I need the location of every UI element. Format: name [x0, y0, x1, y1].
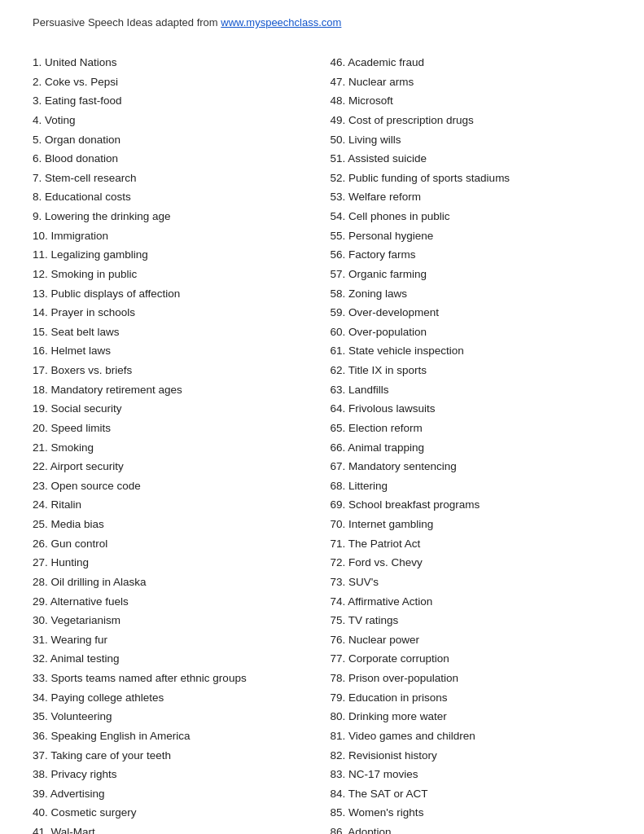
list-item: 79. Education in prisons	[331, 688, 604, 708]
list-item: 81. Video games and children	[331, 726, 604, 746]
list-item: 10. Immigration	[33, 226, 306, 246]
list-item: 18. Mandatory retirement ages	[33, 380, 306, 400]
page-header: Persuasive Speech Ideas adapted from www…	[33, 16, 611, 29]
list-item: 55. Personal hygiene	[331, 226, 604, 246]
list-item: 4. Voting	[33, 111, 306, 130]
list-item: 46. Academic fraud	[331, 53, 604, 72]
list-item: 62. Title IX in sports	[331, 361, 604, 380]
list-item: 73. SUV's	[331, 573, 604, 592]
list-item: 34. Paying college athletes	[33, 688, 306, 708]
list-item: 26. Gun control	[33, 534, 306, 554]
list-item: 47. Nuclear arms	[331, 72, 604, 92]
list-item: 7. Stem-cell research	[33, 169, 306, 188]
list-item: 65. Election reform	[331, 419, 604, 438]
list-item: 84. The SAT or ACT	[331, 784, 604, 804]
list-item: 61. State vehicle inspection	[331, 341, 604, 361]
list-item: 50. Living wills	[331, 130, 604, 150]
list-item: 22. Airport security	[33, 457, 306, 476]
list-item: 41. Wal-Mart	[33, 823, 306, 834]
list-item: 77. Corporate corruption	[331, 649, 604, 669]
list-item: 38. Privacy rights	[33, 765, 306, 784]
list-item: 9. Lowering the drinking age	[33, 207, 306, 226]
list-item: 28. Oil drilling in Alaska	[33, 573, 306, 592]
header-text: Persuasive Speech Ideas adapted from	[33, 16, 221, 29]
list-item: 37. Taking care of your teeth	[33, 746, 306, 766]
list-item: 48. Microsoft	[331, 91, 604, 111]
list-item: 8. Educational costs	[33, 187, 306, 207]
list-item: 39. Advertising	[33, 784, 306, 804]
list-item: 27. Hunting	[33, 553, 306, 573]
list-item: 25. Media bias	[33, 515, 306, 534]
list-item: 68. Littering	[331, 476, 604, 496]
list-item: 78. Prison over-population	[331, 669, 604, 688]
header-link[interactable]: www.myspeechclass.com	[221, 16, 341, 29]
list-item: 1. United Nations	[33, 53, 306, 72]
list-item: 67. Mandatory sentencing	[331, 457, 604, 476]
list-item: 29. Alternative fuels	[33, 592, 306, 612]
list-item: 57. Organic farming	[331, 265, 604, 284]
list-item: 70. Internet gambling	[331, 515, 604, 534]
list-item: 76. Nuclear power	[331, 630, 604, 650]
list-item: 35. Volunteering	[33, 707, 306, 726]
list-item: 53. Welfare reform	[331, 187, 604, 207]
list-item: 72. Ford vs. Chevy	[331, 553, 604, 573]
list-item: 33. Sports teams named after ethnic grou…	[33, 669, 306, 688]
list-item: 21. Smoking	[33, 438, 306, 458]
list-item: 12. Smoking in public	[33, 265, 306, 284]
list-item: 13. Public displays of affection	[33, 284, 306, 304]
list-item: 40. Cosmetic surgery	[33, 803, 306, 823]
list-item: 15. Seat belt laws	[33, 323, 306, 342]
list-item: 85. Women's rights	[331, 803, 604, 823]
right-column: 46. Academic fraud47. Nuclear arms48. Mi…	[314, 53, 612, 834]
list-item: 69. School breakfast programs	[331, 495, 604, 515]
list-item: 51. Assisted suicide	[331, 149, 604, 169]
left-column: 1. United Nations2. Coke vs. Pepsi3. Eat…	[33, 53, 314, 834]
list-item: 71. The Patriot Act	[331, 534, 604, 554]
list-item: 5. Organ donation	[33, 130, 306, 150]
list-item: 16. Helmet laws	[33, 341, 306, 361]
list-item: 52. Public funding of sports stadiums	[331, 169, 604, 188]
list-item: 31. Wearing fur	[33, 630, 306, 650]
list-item: 32. Animal testing	[33, 649, 306, 669]
list-item: 11. Legalizing gambling	[33, 245, 306, 265]
list-item: 36. Speaking English in America	[33, 726, 306, 746]
list-item: 80. Drinking more water	[331, 707, 604, 726]
list-item: 74. Affirmative Action	[331, 592, 604, 612]
list-item: 86. Adoption	[331, 823, 604, 834]
list-item: 60. Over-population	[331, 323, 604, 342]
list-item: 66. Animal trapping	[331, 438, 604, 458]
list-item: 75. TV ratings	[331, 611, 604, 630]
content-columns: 1. United Nations2. Coke vs. Pepsi3. Eat…	[33, 53, 611, 834]
list-item: 20. Speed limits	[33, 419, 306, 438]
list-item: 82. Revisionist history	[331, 746, 604, 766]
list-item: 3. Eating fast-food	[33, 91, 306, 111]
list-item: 14. Prayer in schools	[33, 303, 306, 323]
list-item: 17. Boxers vs. briefs	[33, 361, 306, 380]
list-item: 54. Cell phones in public	[331, 207, 604, 226]
list-item: 83. NC-17 movies	[331, 765, 604, 784]
list-item: 59. Over-development	[331, 303, 604, 323]
list-item: 19. Social security	[33, 399, 306, 419]
list-item: 6. Blood donation	[33, 149, 306, 169]
list-item: 30. Vegetarianism	[33, 611, 306, 630]
list-item: 2. Coke vs. Pepsi	[33, 72, 306, 92]
list-item: 58. Zoning laws	[331, 284, 604, 304]
list-item: 49. Cost of prescription drugs	[331, 111, 604, 130]
list-item: 56. Factory farms	[331, 245, 604, 265]
list-item: 64. Frivolous lawsuits	[331, 399, 604, 419]
list-item: 23. Open source code	[33, 476, 306, 496]
list-item: 63. Landfills	[331, 380, 604, 400]
list-item: 24. Ritalin	[33, 495, 306, 515]
